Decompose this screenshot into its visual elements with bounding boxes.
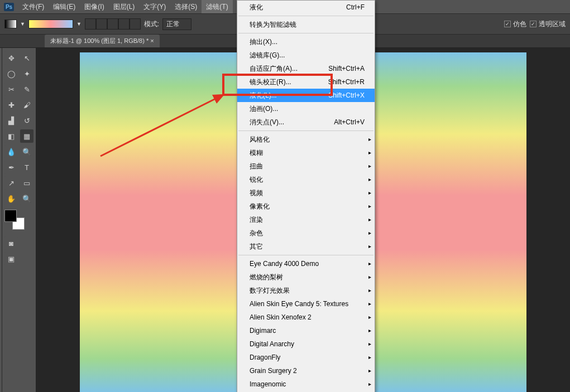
menu-item[interactable]: 燃烧的梨树: [237, 270, 375, 284]
menu-item[interactable]: 像素化: [237, 200, 375, 213]
menu-item[interactable]: Digimarc: [237, 324, 375, 337]
menu-item[interactable]: 锐化: [237, 173, 375, 186]
eyedropper-tool[interactable]: ✎: [20, 83, 33, 96]
menu-item[interactable]: Alien Skin Xenofex 2: [237, 311, 375, 324]
menu-separator: [238, 33, 373, 33]
mode-select[interactable]: 正常: [162, 18, 191, 30]
menu-5[interactable]: 选择(S): [170, 0, 202, 13]
menu-item[interactable]: Alien Skin Eye Candy 5: Textures: [237, 297, 375, 311]
pen-tool[interactable]: ✒: [4, 161, 18, 174]
menu-3[interactable]: 图层(L): [109, 0, 140, 13]
mode-label: 模式:: [144, 20, 159, 29]
menu-item[interactable]: 液化Ctrl+F: [237, 1, 375, 14]
dodge-tool[interactable]: 🔍: [20, 145, 33, 158]
menu-item[interactable]: Digital Anarchy: [237, 337, 375, 351]
menu-2[interactable]: 图像(I): [80, 0, 108, 13]
menu-4[interactable]: 文字(Y): [139, 0, 170, 13]
gradient-preview[interactable]: [28, 20, 73, 28]
transparency-checkbox[interactable]: ✓透明区域: [530, 20, 566, 29]
eraser-tool[interactable]: ◧: [4, 129, 18, 143]
menu-item[interactable]: 风格化: [237, 133, 375, 146]
quickmask-button[interactable]: ◙: [4, 236, 18, 250]
menu-item[interactable]: 其它: [237, 240, 375, 253]
menu-item[interactable]: DragonFly: [237, 351, 375, 364]
history-brush-tool[interactable]: ↺: [20, 114, 33, 127]
dither-checkbox[interactable]: ✓仿色: [504, 20, 526, 29]
menu-item[interactable]: 油画(O)...: [237, 102, 375, 115]
ps-logo: Ps: [2, 0, 16, 13]
gradient-type-group: [85, 18, 141, 30]
menu-item[interactable]: 转换为智能滤镜: [237, 18, 375, 31]
radial-gradient-button[interactable]: [96, 18, 107, 30]
blur-tool[interactable]: 💧: [4, 145, 18, 158]
zoom-tool[interactable]: 🔍: [20, 192, 33, 205]
menu-item[interactable]: 渲染: [237, 213, 375, 226]
shape-tool[interactable]: ▭: [20, 176, 33, 190]
toolbar: ✥↖ ◯✦ ✂✎ ✚🖌 ▟↺ ◧▦ 💧🔍 ✒T ↗▭ ✋🔍 ◙ ▣: [2, 48, 36, 392]
crop-tool[interactable]: ✂: [4, 83, 18, 96]
move-tool[interactable]: ✥: [4, 51, 18, 65]
menu-item[interactable]: 液化(L)...Shift+Ctrl+X: [237, 89, 375, 102]
brush-tool[interactable]: 🖌: [20, 98, 33, 112]
angle-gradient-button[interactable]: [107, 18, 118, 30]
filter-menu-dropdown: 液化Ctrl+F转换为智能滤镜抽出(X)...滤镜库(G)...自适应广角(A)…: [237, 0, 375, 392]
menu-separator: [238, 255, 373, 255]
menu-1[interactable]: 编辑(E): [49, 0, 80, 13]
menu-0[interactable]: 文件(F): [18, 0, 49, 13]
menu-item[interactable]: 自适应广角(A)...Shift+Ctrl+A: [237, 62, 375, 75]
menu-item[interactable]: 镜头校正(R)...Shift+Ctrl+R: [237, 75, 375, 89]
menu-item[interactable]: Imagenomic: [237, 378, 375, 391]
menu-item[interactable]: 模糊: [237, 146, 375, 159]
stamp-tool[interactable]: ▟: [4, 114, 18, 127]
menu-item[interactable]: 抽出(X)...: [237, 35, 375, 49]
menu-item[interactable]: 视频: [237, 186, 375, 200]
menu-item[interactable]: 杂色: [237, 226, 375, 240]
screenmode-button[interactable]: ▣: [4, 252, 18, 265]
menu-item[interactable]: 数字灯光效果: [237, 284, 375, 297]
wand-tool[interactable]: ✦: [20, 67, 33, 80]
tool-preset[interactable]: [4, 20, 17, 28]
menu-item[interactable]: 滤镜库(G)...: [237, 49, 375, 62]
menu-6[interactable]: 滤镜(T): [202, 0, 232, 13]
menu-item[interactable]: Grain Surgery 2: [237, 364, 375, 378]
menu-separator: [238, 16, 373, 16]
reflected-gradient-button[interactable]: [118, 18, 130, 30]
heal-tool[interactable]: ✚: [4, 98, 18, 112]
selection-tool[interactable]: ↖: [20, 51, 33, 65]
type-tool[interactable]: T: [20, 161, 33, 174]
menu-item[interactable]: 扭曲: [237, 159, 375, 173]
color-swatches[interactable]: [4, 210, 25, 230]
lasso-tool[interactable]: ◯: [4, 67, 18, 80]
document-tab[interactable]: 未标题-1 @ 100% (图层 1, RGB/8) * ×: [45, 35, 160, 47]
linear-gradient-button[interactable]: [85, 18, 96, 30]
menu-item[interactable]: Eye Candy 4000 Demo: [237, 257, 375, 270]
path-tool[interactable]: ↗: [4, 176, 18, 190]
gradient-tool[interactable]: ▦: [20, 129, 33, 143]
menu-item[interactable]: 消失点(V)...Alt+Ctrl+V: [237, 115, 375, 129]
hand-tool[interactable]: ✋: [4, 192, 18, 205]
diamond-gradient-button[interactable]: [130, 18, 141, 30]
menu-separator: [238, 130, 373, 131]
